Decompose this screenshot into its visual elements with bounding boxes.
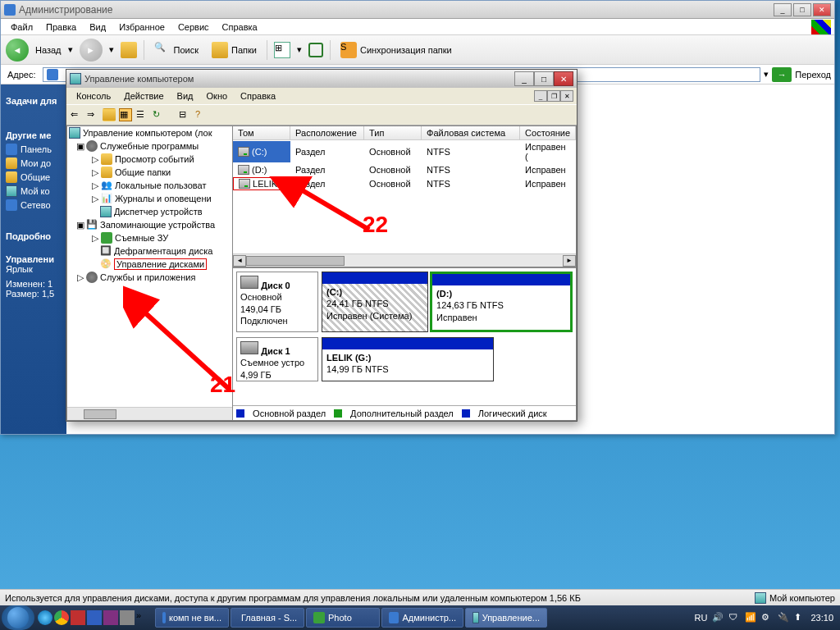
volume-row[interactable]: LELIK Раздел Основной NTFS Исправен [233, 176, 576, 191]
tb-refresh-icon[interactable]: ↻ [152, 108, 165, 121]
expand-icon[interactable]: ▷ [90, 168, 99, 177]
mmc-minimize-button[interactable]: _ [514, 71, 534, 86]
ql-app-icon[interactable] [120, 610, 135, 625]
start-button[interactable] [2, 605, 34, 630]
ql-app-icon[interactable] [87, 610, 102, 625]
tree-storage[interactable]: ▣💾Запоминающие устройства [67, 218, 232, 231]
taskbar-item[interactable]: Главная - S... [231, 608, 304, 628]
subwin-minimize[interactable]: _ [534, 90, 547, 102]
place-link[interactable]: Панель [6, 144, 62, 155]
tree-system-tools[interactable]: ▣Служебные программы [67, 139, 232, 153]
tree-hscrollbar[interactable] [67, 407, 232, 420]
tb-show-hide-icon[interactable]: ▦ [119, 108, 132, 121]
tree-services[interactable]: ▷Службы и приложения [67, 271, 232, 284]
collapse-icon[interactable]: ▣ [75, 142, 84, 151]
place-link[interactable]: Мой ко [6, 185, 62, 197]
tray-icon[interactable]: 🛡 [728, 612, 740, 623]
go-label[interactable]: Переход [795, 70, 831, 80]
expand-icon[interactable]: ▷ [90, 181, 99, 190]
collapse-icon[interactable]: ▣ [75, 221, 84, 230]
volume-row[interactable]: (D:) Раздел Основной NTFS Исправен [233, 163, 576, 176]
tb-help-icon[interactable]: ? [194, 108, 208, 121]
col-type[interactable]: Тип [364, 126, 422, 139]
tb-up-icon[interactable] [103, 108, 116, 121]
tray-icon[interactable]: ⚙ [761, 612, 773, 623]
scrollbar-thumb[interactable] [246, 256, 345, 266]
disk-row[interactable]: Диск 0 Основной 149,04 ГБ Подключен (C:)… [236, 272, 573, 332]
system-tray[interactable]: RU 🔊 🛡 📶 ⚙ 🔌 ⬆ 23:10 [688, 612, 840, 623]
close-button[interactable]: ✕ [813, 3, 831, 16]
tree-item[interactable]: Диспетчер устройств [67, 205, 232, 218]
ql-ie-icon[interactable] [38, 610, 52, 625]
col-state[interactable]: Состояние [520, 126, 576, 139]
mmc-titlebar[interactable]: Управление компьютером _ □ ✕ [66, 70, 577, 88]
col-layout[interactable]: Расположение [290, 126, 364, 139]
list-hscrollbar[interactable]: ◄ ► [233, 253, 576, 267]
tree-item[interactable]: ▷📊Журналы и оповещени [67, 192, 232, 205]
disk-row[interactable]: Диск 1 Съемное устро 4,99 ГБ LELIK (G:) … [236, 337, 573, 381]
volume-d-box[interactable]: (D:) 124,63 ГБ NTFS Исправен [430, 272, 573, 332]
menu-tools[interactable]: Сервис [171, 21, 216, 34]
tree-item[interactable]: ▷👥Локальные пользоват [67, 179, 232, 192]
mmc-maximize-button[interactable]: □ [534, 71, 554, 86]
ql-chrome-icon[interactable] [54, 610, 69, 625]
search-button[interactable]: 🔍Поиск [151, 40, 202, 60]
expand-icon[interactable]: ▷ [75, 273, 84, 282]
menu-favorites[interactable]: Избранное [112, 21, 171, 34]
place-link[interactable]: Общие [6, 171, 62, 183]
lang-indicator[interactable]: RU [695, 613, 708, 623]
ql-app-icon[interactable]: » [136, 610, 151, 625]
tray-icon[interactable]: 🔌 [778, 612, 789, 623]
place-link[interactable]: Сетево [6, 199, 62, 211]
tree-item[interactable]: ▷Общие папки [67, 166, 232, 179]
taskbar-item[interactable]: комп не ви... [155, 608, 229, 628]
back-button[interactable]: ◄ [6, 39, 29, 62]
disk0-info[interactable]: Диск 0 Основной 149,04 ГБ Подключен [236, 272, 318, 332]
disk-layout-pane[interactable]: Диск 0 Основной 149,04 ГБ Подключен (C:)… [233, 267, 576, 405]
address-dropdown-icon[interactable]: ▾ [764, 69, 769, 80]
expand-icon[interactable]: ▷ [90, 234, 99, 243]
views-icon[interactable]: ⊞ [274, 42, 290, 58]
menu-view[interactable]: Вид [83, 21, 112, 34]
taskbar-item[interactable]: Администр... [381, 608, 463, 628]
tb-settings-icon[interactable]: ⊟ [178, 108, 191, 121]
volume-header[interactable]: Том Расположение Тип Файловая система Со… [233, 126, 576, 140]
expand-icon[interactable]: ▷ [90, 194, 99, 203]
mmc-menu-action[interactable]: Действие [117, 89, 170, 103]
minimize-button[interactable]: _ [774, 3, 792, 16]
disk1-info[interactable]: Диск 1 Съемное устро 4,99 ГБ [236, 337, 318, 381]
expand-icon[interactable]: ▷ [90, 155, 99, 164]
ql-app-icon[interactable] [71, 610, 85, 625]
place-link[interactable]: Мои до [6, 158, 62, 169]
forward-dropdown-icon[interactable]: ▾ [109, 44, 114, 55]
explorer-titlebar[interactable]: Администрирование _ □ ✕ [1, 1, 834, 19]
mmc-menu-window[interactable]: Окно [200, 89, 235, 103]
tray-icon[interactable]: 📶 [745, 612, 756, 623]
tb-forward-icon[interactable]: ⇒ [86, 108, 99, 121]
tb-back-icon[interactable]: ⇐ [70, 108, 83, 121]
tree-item[interactable]: 🔲Дефрагментация диска [67, 244, 232, 258]
forward-button[interactable]: ► [80, 39, 103, 62]
mmc-tree[interactable]: Управление компьютером (лок ▣Служебные п… [66, 126, 233, 421]
tray-clock[interactable]: 23:10 [810, 613, 833, 623]
taskbar-item[interactable]: Photo [306, 608, 380, 628]
menu-help[interactable]: Справка [216, 21, 264, 34]
volume-c-box[interactable]: (C:) 24,41 ГБ NTFS Исправен (Система) [322, 272, 428, 332]
go-button[interactable]: → [772, 67, 792, 82]
subwin-restore[interactable]: ❐ [547, 90, 560, 102]
tb-properties-icon[interactable]: ☰ [135, 108, 148, 121]
refresh-icon[interactable] [308, 43, 323, 57]
volume-row[interactable]: (C:) Раздел Основной NTFS Исправен ( [233, 140, 576, 163]
up-icon[interactable] [121, 42, 137, 58]
folders-button[interactable]: Папки [208, 40, 260, 60]
maximize-button[interactable]: □ [793, 3, 811, 16]
scrollbar-thumb[interactable] [84, 409, 116, 419]
tree-root[interactable]: Управление компьютером (лок [67, 126, 232, 139]
menu-edit[interactable]: Правка [39, 21, 83, 34]
volume-g-box[interactable]: LELIK (G:) 14,99 ГБ NTFS [322, 337, 494, 381]
back-dropdown-icon[interactable]: ▾ [68, 44, 73, 55]
ql-app-icon[interactable] [103, 610, 118, 625]
sync-button[interactable]: SСинхронизация папки [337, 40, 455, 60]
scroll-right-icon[interactable]: ► [563, 255, 576, 267]
subwin-close[interactable]: ✕ [560, 90, 573, 102]
